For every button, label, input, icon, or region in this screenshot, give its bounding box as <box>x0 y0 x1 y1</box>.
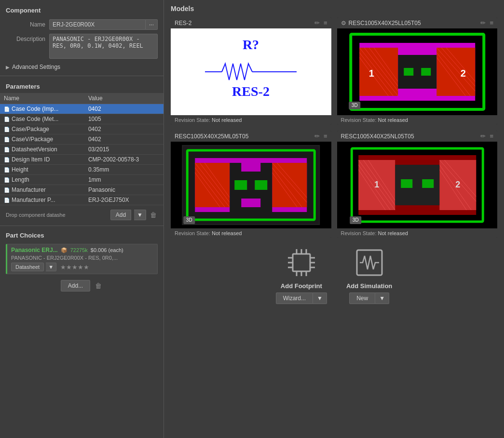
part-choices-title: Part Choices <box>0 229 163 242</box>
part-trash-button[interactable]: 🗑 <box>94 281 103 291</box>
table-row[interactable]: 📄Height0.35mm <box>0 165 163 175</box>
table-row[interactable]: 📄Length1mm <box>0 175 163 185</box>
model-card-resc-nl-icons[interactable]: ✏ ≡ <box>480 133 493 140</box>
svg-text:3D: 3D <box>186 217 192 223</box>
svg-text:RES-2: RES-2 <box>232 84 270 99</box>
datasheet-button[interactable]: Datasheet <box>11 263 44 271</box>
param-name-cell: 📄Case Code (Imp... <box>0 104 84 114</box>
name-dots-button[interactable]: ··· <box>146 19 158 30</box>
model-revision-resc-nl: Revision State: Not released <box>337 228 498 238</box>
name-label: Name <box>6 19 49 28</box>
param-name-cell: 📄Case Code (Met... <box>0 114 84 124</box>
add-footprint-btn-row: Wizard... ▼ <box>276 292 327 304</box>
res2-pencil-icon[interactable]: ✏ <box>314 19 320 27</box>
name-input[interactable] <box>49 19 146 30</box>
table-row[interactable]: 📄Case Code (Met...1005 <box>0 114 163 124</box>
table-row[interactable]: 📄Case Code (Imp...0402 <box>0 104 163 114</box>
res2-menu-icon[interactable]: ≡ <box>324 19 327 27</box>
param-value-cell: 03/2015 <box>84 145 163 155</box>
param-name-cell: 📄DatasheetVersion <box>0 145 84 155</box>
param-name-cell: 📄Manufacturer P... <box>0 195 84 205</box>
model-preview-resc-ll: 1 2 3D <box>337 28 498 115</box>
new-arrow-button[interactable]: ▼ <box>375 292 389 304</box>
model-card-resc-ml-title: RESC1005X40X25ML05T05 <box>175 133 248 140</box>
model-card-resc-nl-title: RESC1005X40X25NL05T05 <box>341 133 414 140</box>
file-icon: 📄 <box>4 106 10 112</box>
resc-ll-revision-value: Not released <box>378 117 408 123</box>
resc-ll-gear-icon: ⚙ <box>341 20 346 27</box>
part-desc: PANASONIC - ERJ2GE0R00X - RES, 0R0,... <box>11 255 153 261</box>
table-row[interactable]: 📄Case/Package0402 <box>0 124 163 134</box>
svg-rect-32 <box>272 163 307 207</box>
param-value-cell: 1mm <box>84 175 163 185</box>
model-card-resc-ml-header: RESC1005X40X25ML05T05 ✏ ≡ <box>171 131 331 142</box>
model-revision-resc-ml: Revision State: Not released <box>171 228 331 238</box>
file-icon: 📄 <box>4 127 10 132</box>
wizard-arrow-button[interactable]: ▼ <box>313 292 327 304</box>
param-value-cell: ERJ-2GEJ750X <box>84 195 163 205</box>
resc-ll-menu-icon[interactable]: ≡ <box>490 19 493 27</box>
resc-nl-pencil-icon[interactable]: ✏ <box>480 133 486 140</box>
add-button[interactable]: Add <box>110 210 131 220</box>
datasheet-arrow-button[interactable]: ▼ <box>46 263 56 271</box>
param-value-cell: 1005 <box>84 114 163 124</box>
model-preview-resc-nl: 1 2 3D <box>337 142 498 228</box>
datasheet-trash-button[interactable]: 🗑 <box>149 210 158 220</box>
resc-nl-svg: 1 2 3D <box>337 142 498 228</box>
model-revision-resc-ll: Revision State: Not released <box>337 115 498 125</box>
file-icon: 📄 <box>4 137 10 142</box>
model-card-res2-icons[interactable]: ✏ ≡ <box>314 19 327 27</box>
param-value-cell: 0402 <box>84 134 163 145</box>
model-card-resc-ml-icons[interactable]: ✏ ≡ <box>314 133 327 140</box>
description-input[interactable]: PANASONIC - ERJ2GE0R00X - RES, 0R0, 0.1W… <box>49 34 158 59</box>
res2-revision-label: Revision State: <box>175 117 212 123</box>
param-name-cell: 📄Length <box>0 175 84 185</box>
part-choices-bottom: Add... 🗑 <box>0 276 163 295</box>
simulation-icon-svg <box>354 247 385 278</box>
param-name-cell: 📄Case/Package <box>0 124 84 134</box>
part-actions: Datasheet ▼ ★★★★★ <box>11 263 153 271</box>
resc-ml-revision-value: Not released <box>212 230 242 236</box>
svg-text:2: 2 <box>455 180 460 189</box>
add-part-button[interactable]: Add... <box>61 280 90 292</box>
resc-nl-revision-label: Revision State: <box>341 230 378 236</box>
new-button[interactable]: New <box>349 292 375 304</box>
resc-ll-name: RESC1005X40X25LL05T05 <box>349 20 421 27</box>
resc-ml-revision-label: Revision State: <box>175 230 212 236</box>
param-value-cell: 0.35mm <box>84 165 163 175</box>
param-value-cell: CMP-2002-00578-3 <box>84 155 163 165</box>
resc-ll-pencil-icon[interactable]: ✏ <box>480 19 486 27</box>
res2-revision-value: Not released <box>212 117 242 123</box>
wizard-button[interactable]: Wizard... <box>276 292 313 304</box>
add-simulation-btn-row: New ▼ <box>349 292 389 304</box>
add-button-arrow[interactable]: ▼ <box>134 210 146 220</box>
param-value-cell: 0402 <box>84 104 163 114</box>
svg-text:R?: R? <box>243 37 259 52</box>
resc-ml-menu-icon[interactable]: ≡ <box>324 133 327 140</box>
svg-rect-44 <box>241 199 260 207</box>
resc-nl-revision-value: Not released <box>378 230 408 236</box>
resc-ml-pencil-icon[interactable]: ✏ <box>314 133 320 140</box>
model-preview-resc-ml: 3D <box>171 142 331 228</box>
advanced-settings-toggle[interactable]: ▶ Advanced Settings <box>0 61 163 73</box>
model-revision-res2: Revision State: Not released <box>171 115 331 125</box>
resc-ml-name: RESC1005X40X25ML05T05 <box>175 133 248 140</box>
resc-nl-menu-icon[interactable]: ≡ <box>490 133 493 140</box>
add-simulation-item: Add Simulation New ▼ <box>346 246 392 304</box>
model-card-resc-ll-icons[interactable]: ✏ ≡ <box>480 19 493 27</box>
table-row[interactable]: 📄Design Item IDCMP-2002-00578-3 <box>0 155 163 165</box>
param-table-header: Name Value <box>0 93 163 104</box>
param-name-cell: 📄Manufacturer <box>0 185 84 195</box>
parameters-title: Parameters <box>0 81 163 93</box>
table-row[interactable]: 📄DatasheetVersion03/2015 <box>0 145 163 155</box>
table-row[interactable]: 📄CaseV/Package0402 <box>0 134 163 145</box>
svg-text:1: 1 <box>368 68 374 79</box>
part-choice-header: Panasonic ERJ... 📦 72275k $0.006 (each) <box>11 247 153 253</box>
table-row[interactable]: 📄ManufacturerPanasonic <box>0 185 163 195</box>
table-row[interactable]: 📄Manufacturer P...ERJ-2GEJ750X <box>0 195 163 205</box>
parameters-scroll-area[interactable]: Name Value 📄Case Code (Imp...0402📄Case C… <box>0 93 163 205</box>
divider-2 <box>0 226 163 226</box>
right-panel: Models RES-2 ✏ ≡ R? <box>164 0 504 438</box>
svg-text:3D: 3D <box>351 103 357 108</box>
resc-ll-svg: 1 2 3D <box>337 28 498 115</box>
